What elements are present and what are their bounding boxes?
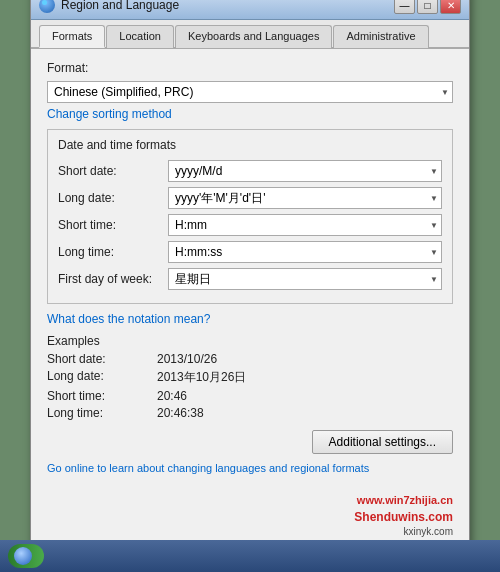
titlebar-buttons: — □ ✕ (394, 0, 461, 14)
long-time-dropdown-wrapper: H:mm:ss (168, 241, 442, 263)
long-date-dropdown-wrapper: yyyy'年'M'月'd'日' (168, 187, 442, 209)
tab-content: Format: Chinese (Simplified, PRC) Change… (31, 49, 469, 494)
tab-bar: Formats Location Keyboards and Languages… (31, 20, 469, 49)
example-long-date-label: Long date: (47, 369, 157, 386)
change-sorting-link[interactable]: Change sorting method (47, 107, 172, 121)
long-date-dropdown[interactable]: yyyy'年'M'月'd'日' (168, 187, 442, 209)
examples-box: Examples Short date: 2013/10/26 Long dat… (47, 334, 453, 420)
watermark-2: Shenduwins.com (31, 510, 469, 526)
format-label: Format: (47, 61, 453, 75)
titlebar: Region and Language — □ ✕ (31, 0, 469, 20)
watermark-1: www.win7zhijia.cn (31, 494, 469, 510)
short-time-dropdown-wrapper: H:mm (168, 214, 442, 236)
additional-settings-button[interactable]: Additional settings... (312, 430, 453, 454)
watermark-3: kxinyk.com (31, 526, 469, 541)
example-short-date: Short date: 2013/10/26 (47, 352, 453, 366)
example-short-date-value: 2013/10/26 (157, 352, 217, 366)
example-long-date: Long date: 2013年10月26日 (47, 369, 453, 386)
format-dropdown[interactable]: Chinese (Simplified, PRC) (47, 81, 453, 103)
long-time-dropdown[interactable]: H:mm:ss (168, 241, 442, 263)
datetime-group: Date and time formats Short date: yyyy/M… (47, 129, 453, 304)
additional-settings-row: Additional settings... (47, 430, 453, 454)
first-day-row: First day of week: 星期日 (58, 268, 442, 290)
tab-keyboards[interactable]: Keyboards and Languages (175, 25, 333, 48)
globe-icon (39, 0, 55, 13)
datetime-group-title: Date and time formats (58, 138, 442, 152)
start-orb-icon (14, 547, 32, 565)
notation-link[interactable]: What does the notation mean? (47, 312, 210, 326)
example-long-time-label: Long time: (47, 406, 157, 420)
first-day-dropdown[interactable]: 星期日 (168, 268, 442, 290)
taskbar (0, 540, 500, 572)
short-date-dropdown-wrapper: yyyy/M/d (168, 160, 442, 182)
short-time-dropdown[interactable]: H:mm (168, 214, 442, 236)
example-long-time-value: 20:46:38 (157, 406, 204, 420)
bottom-link[interactable]: Go online to learn about changing langua… (47, 462, 453, 474)
tab-location[interactable]: Location (106, 25, 174, 48)
main-window: Region and Language — □ ✕ Formats Locati… (30, 0, 470, 572)
long-date-row: Long date: yyyy'年'M'月'd'日' (58, 187, 442, 209)
short-time-label: Short time: (58, 218, 168, 232)
minimize-button[interactable]: — (394, 0, 415, 14)
short-time-row: Short time: H:mm (58, 214, 442, 236)
maximize-button[interactable]: □ (417, 0, 438, 14)
tab-administrative[interactable]: Administrative (333, 25, 428, 48)
example-long-date-value: 2013年10月26日 (157, 369, 246, 386)
format-dropdown-wrapper: Chinese (Simplified, PRC) (47, 81, 453, 103)
example-short-time-label: Short time: (47, 389, 157, 403)
first-day-label: First day of week: (58, 272, 168, 286)
titlebar-left: Region and Language (39, 0, 179, 13)
long-time-row: Long time: H:mm:ss (58, 241, 442, 263)
close-button[interactable]: ✕ (440, 0, 461, 14)
example-short-date-label: Short date: (47, 352, 157, 366)
long-date-label: Long date: (58, 191, 168, 205)
start-button[interactable] (8, 544, 44, 568)
example-long-time: Long time: 20:46:38 (47, 406, 453, 420)
short-date-dropdown[interactable]: yyyy/M/d (168, 160, 442, 182)
tab-formats[interactable]: Formats (39, 25, 105, 48)
example-short-time-value: 20:46 (157, 389, 187, 403)
short-date-row: Short date: yyyy/M/d (58, 160, 442, 182)
first-day-dropdown-wrapper: 星期日 (168, 268, 442, 290)
short-date-label: Short date: (58, 164, 168, 178)
watermarks-area: www.win7zhijia.cn Shenduwins.com kxinyk.… (31, 494, 469, 541)
examples-title: Examples (47, 334, 453, 348)
window-title: Region and Language (61, 0, 179, 12)
example-short-time: Short time: 20:46 (47, 389, 453, 403)
long-time-label: Long time: (58, 245, 168, 259)
